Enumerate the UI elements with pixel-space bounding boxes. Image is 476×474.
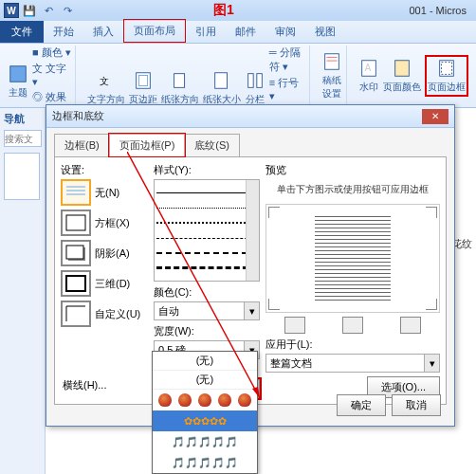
preview-column: 预览 单击下方图示或使用按钮可应用边框 应用于(L): 整篇文档▾ 选项(O).… — [265, 163, 440, 398]
save-icon[interactable]: 💾 — [21, 3, 38, 18]
word-icon: W — [4, 3, 19, 18]
svg-rect-22 — [66, 276, 85, 291]
scrollbar[interactable] — [246, 180, 259, 281]
undo-icon[interactable]: ↶ — [40, 3, 57, 18]
watermark-button[interactable]: A水印 — [358, 58, 379, 94]
text-direction-button[interactable]: 文文字方向 — [87, 70, 125, 106]
theme-colors[interactable]: ■ 颜色 ▾ — [32, 46, 71, 60]
svg-text:文: 文 — [100, 76, 109, 86]
hline-button[interactable]: 横线(H)... — [63, 378, 106, 392]
art-option-pattern-2[interactable]: 🎵🎵🎵🎵🎵 — [153, 431, 257, 452]
setting-custom[interactable]: 自定义(U) — [61, 301, 148, 327]
group-manuscript: 稿纸 设置 — [318, 46, 347, 105]
apply-label: 应用于(L): — [265, 337, 440, 352]
tab-shading[interactable]: 底纹(S) — [184, 134, 240, 156]
art-option-pattern-3[interactable]: 🎵🎵🎵🎵🎵 — [153, 452, 257, 473]
art-option-none-1[interactable]: (无) — [153, 352, 257, 371]
dialog-titlebar: 边框和底纹 ✕ — [46, 105, 454, 128]
tab-file[interactable]: 文件 — [0, 21, 44, 43]
preview-edge-buttons — [265, 317, 440, 334]
art-option-pattern-1[interactable]: ✿✿✿✿✿ — [153, 410, 257, 431]
tab-references[interactable]: 引用 — [186, 21, 226, 43]
theme-fonts[interactable]: 文 文字 ▾ — [32, 62, 71, 88]
svg-rect-4 — [174, 74, 184, 88]
edge-btn-1[interactable] — [284, 317, 305, 334]
setting-none[interactable]: 无(N) — [61, 179, 148, 206]
svg-rect-8 — [325, 53, 339, 69]
tab-review[interactable]: 审阅 — [265, 21, 305, 43]
preview-doc-icon — [315, 216, 391, 301]
tab-mailings[interactable]: 邮件 — [226, 21, 265, 43]
ribbon: 主题 ■ 颜色 ▾ 文 文字 ▾ ◎ 效果 ▾ 主题 文文字方向 页边距 纸张方… — [0, 44, 476, 108]
preview-label: 预览 — [265, 163, 440, 177]
art-dropdown: (无) (无) ✿✿✿✿✿ 🎵🎵🎵🎵🎵 🎵🎵🎵🎵🎵 — [152, 351, 258, 474]
ribbon-tabs: 文件 开始 插入 页面布局 引用 邮件 审阅 视图 — [0, 21, 476, 44]
preview-box[interactable] — [265, 204, 440, 313]
dialog-tabs: 边框(B) 页面边框(P) 底纹(S) — [46, 128, 454, 156]
tab-insert[interactable]: 插入 — [83, 21, 123, 43]
width-label: 宽度(W): — [154, 324, 260, 338]
tab-borders[interactable]: 边框(B) — [54, 134, 110, 156]
group-themes: 主题 ■ 颜色 ▾ 文 文字 ▾ ◎ 效果 ▾ 主题 — [4, 46, 76, 105]
cancel-button[interactable]: 取消 — [392, 394, 441, 416]
edge-btn-3[interactable] — [400, 317, 421, 334]
preview-hint: 单击下方图示或使用按钮可应用边框 — [265, 183, 440, 196]
page-color-button[interactable]: 页面颜色 — [383, 58, 421, 94]
art-option-apples[interactable] — [153, 390, 257, 410]
setting-3d[interactable]: 三维(D) — [61, 270, 148, 297]
quick-access-toolbar: W 💾 ↶ ↷ 001 - Micros — [0, 0, 476, 21]
color-combo[interactable]: 自动▾ — [154, 301, 260, 320]
svg-rect-7 — [257, 74, 263, 88]
page-borders-button[interactable]: 页面边框 — [425, 55, 468, 97]
close-icon[interactable]: ✕ — [422, 109, 449, 124]
nav-title: 导航 — [4, 112, 41, 126]
themes-button[interactable]: 主题 — [8, 64, 28, 100]
search-input[interactable] — [4, 130, 42, 147]
group-page-background: A水印 页面颜色 页面边框 — [355, 46, 472, 105]
edge-btn-2[interactable] — [342, 317, 363, 334]
breaks-button[interactable]: ═ 分隔符 ▾ — [269, 46, 305, 74]
settings-label: 设置: — [61, 163, 148, 177]
svg-rect-13 — [395, 60, 410, 76]
svg-rect-21 — [66, 246, 83, 259]
tab-page-border[interactable]: 页面边框(P) — [109, 134, 186, 156]
navigation-pane: 导航 — [0, 108, 46, 474]
orientation-button[interactable]: 纸张方向 — [161, 70, 199, 106]
window-title: 001 - Micros — [409, 5, 467, 16]
ok-button[interactable]: 确定 — [337, 394, 386, 416]
dialog-title: 边框和底纹 — [52, 109, 104, 123]
columns-button[interactable]: 分栏 — [245, 70, 265, 106]
svg-rect-6 — [248, 74, 254, 88]
margins-button[interactable]: 页边距 — [129, 70, 157, 106]
settings-column: 设置: 无(N) 方框(X) 阴影(A) 三维(D) 自定义(U) — [61, 163, 148, 398]
manuscript-button[interactable]: 稿纸 设置 — [321, 51, 342, 100]
line-numbers-button[interactable]: ≡ 行号 ▾ — [269, 76, 305, 102]
art-option-none-2[interactable]: (无) — [153, 371, 257, 390]
apply-combo[interactable]: 整篇文档▾ — [265, 354, 440, 373]
group-page-setup: 文文字方向 页边距 纸张方向 纸张大小 分栏 ═ 分隔符 ▾ ≡ 行号 ▾ bē… — [83, 46, 310, 105]
chevron-down-icon[interactable]: ▾ — [244, 302, 259, 319]
svg-text:A: A — [364, 62, 371, 72]
style-label: 样式(Y): — [154, 163, 260, 177]
redo-icon[interactable]: ↷ — [59, 3, 76, 18]
style-list[interactable] — [154, 179, 260, 282]
svg-rect-19 — [66, 215, 85, 230]
setting-shadow[interactable]: 阴影(A) — [61, 240, 148, 266]
svg-rect-5 — [215, 73, 228, 89]
color-label: 颜色(C): — [154, 285, 260, 300]
figure-label: 图1 — [213, 2, 234, 19]
tab-view[interactable]: 视图 — [305, 21, 345, 43]
chevron-down-icon[interactable]: ▾ — [424, 355, 439, 372]
svg-rect-0 — [10, 65, 27, 82]
tab-home[interactable]: 开始 — [44, 21, 83, 43]
tab-page-layout[interactable]: 页面布局 — [123, 19, 186, 43]
setting-box[interactable]: 方框(X) — [61, 210, 148, 236]
nav-thumb-1[interactable] — [4, 153, 40, 200]
size-button[interactable]: 纸张大小 — [203, 70, 241, 106]
